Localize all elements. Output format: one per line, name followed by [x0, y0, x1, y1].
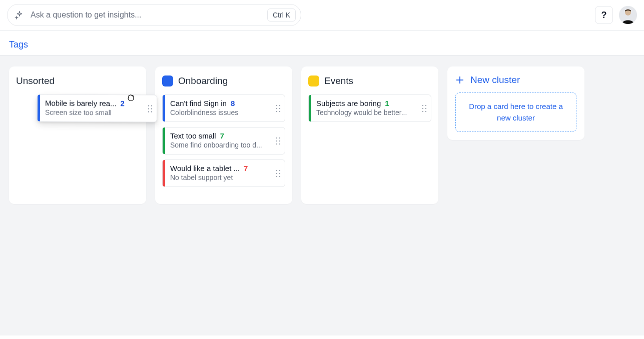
card-title: Mobile is barely rea... — [45, 98, 117, 108]
card[interactable]: Would like a tablet ... 7 No tabel suppo… — [162, 160, 285, 187]
column-events: Events Subjects are boring 1 Technology … — [301, 66, 438, 204]
svg-point-10 — [276, 108, 277, 108]
svg-point-13 — [279, 110, 280, 112]
card-subtitle: Colorblindness issues — [170, 108, 270, 116]
card-title: Would like a tablet ... — [170, 164, 240, 172]
svg-point-6 — [148, 111, 149, 112]
tab-tags[interactable]: Tags — [9, 40, 28, 50]
card[interactable]: Subjects are boring 1 Technology would b… — [308, 94, 431, 122]
svg-point-25 — [279, 176, 280, 176]
tabs-bar: Tags — [0, 30, 644, 56]
help-button[interactable]: ? — [595, 6, 613, 24]
new-cluster-button[interactable]: New cluster — [455, 74, 576, 86]
card[interactable]: Mobile is barely rea... 2 Screen size to… — [37, 94, 157, 122]
svg-point-12 — [276, 110, 277, 112]
svg-point-22 — [276, 172, 277, 174]
card-count: 2 — [121, 99, 125, 108]
app-header: Ctrl K ? — [0, 0, 644, 30]
svg-point-15 — [279, 137, 280, 138]
shortcut-badge: Ctrl K — [267, 8, 296, 22]
svg-point-14 — [276, 137, 277, 138]
drag-handle-icon[interactable] — [146, 96, 157, 122]
svg-point-3 — [151, 105, 152, 106]
column-unsorted: Unsorted Mobile is barely rea... 2 Scree… — [9, 66, 146, 204]
card[interactable]: Can't find Sign in 8 Colorblindness issu… — [162, 94, 285, 122]
drop-zone[interactable]: Drop a card here to create a new cluster — [455, 92, 576, 132]
svg-point-20 — [276, 170, 277, 170]
svg-point-17 — [279, 140, 280, 141]
svg-point-27 — [425, 104, 426, 106]
svg-point-11 — [279, 108, 280, 108]
svg-point-4 — [148, 108, 149, 109]
svg-point-29 — [425, 108, 426, 108]
svg-point-7 — [151, 111, 152, 112]
card-subtitle: No tabel support yet — [170, 174, 270, 182]
card-title: Subjects are boring — [316, 99, 381, 108]
card-subtitle: Screen size too small — [45, 108, 142, 116]
drag-handle-icon[interactable] — [420, 95, 431, 122]
card-count: 7 — [244, 164, 248, 172]
column-onboarding: Onboarding Can't find Sign in 8 Colorbli… — [155, 66, 292, 204]
svg-point-26 — [422, 104, 423, 106]
svg-point-18 — [276, 143, 277, 144]
card-subtitle: Technology would be better... — [316, 108, 416, 116]
svg-point-21 — [279, 170, 280, 170]
card-title: Text too small — [170, 132, 216, 140]
card-count: 1 — [385, 99, 389, 108]
drag-handle-icon[interactable] — [274, 95, 285, 122]
card-title: Can't find Sign in — [170, 99, 227, 108]
search-container[interactable]: Ctrl K — [7, 4, 301, 26]
drag-handle-icon[interactable] — [274, 160, 285, 186]
svg-point-5 — [151, 108, 152, 109]
svg-point-2 — [148, 105, 149, 106]
svg-point-9 — [279, 104, 280, 106]
column-color-icon — [162, 76, 173, 86]
svg-point-30 — [422, 110, 423, 112]
svg-point-19 — [279, 143, 280, 144]
card-count: 7 — [220, 132, 224, 140]
card-subtitle: Some find onboarding too d... — [170, 141, 270, 149]
column-title: Onboarding — [178, 76, 228, 86]
drag-handle-icon[interactable] — [274, 128, 285, 154]
card-count: 8 — [231, 99, 235, 108]
svg-point-16 — [276, 140, 277, 141]
svg-point-31 — [425, 110, 426, 112]
plus-icon — [455, 76, 464, 84]
svg-point-8 — [276, 104, 277, 106]
svg-point-23 — [279, 172, 280, 174]
svg-point-28 — [422, 108, 423, 108]
column-color-icon — [308, 76, 319, 86]
board: Unsorted Mobile is barely rea... 2 Scree… — [0, 56, 644, 336]
new-cluster-label: New cluster — [470, 74, 520, 86]
svg-point-24 — [276, 176, 277, 176]
sparkle-search-icon — [15, 10, 25, 20]
avatar[interactable] — [619, 6, 637, 24]
column-title: Unsorted — [16, 76, 55, 86]
column-new-cluster: New cluster Drop a card here to create a… — [447, 66, 584, 140]
search-input[interactable] — [31, 10, 261, 20]
column-title: Events — [324, 76, 353, 86]
card[interactable]: Text too small 7 Some find onboarding to… — [162, 127, 285, 154]
